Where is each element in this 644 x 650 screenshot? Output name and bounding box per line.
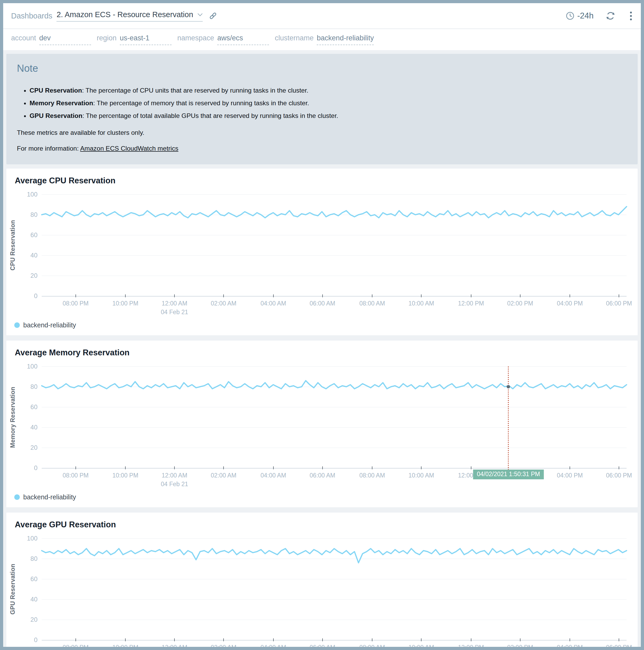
y-tick-label: 60: [30, 403, 37, 411]
x-axis: 08:00 PM10:00 PM12:00 AM04 Feb 2102:00 A…: [42, 296, 626, 319]
note-title: Note: [17, 63, 627, 74]
dashboard-page: Dashboards 2. Amazon ECS - Resource Rese…: [3, 3, 641, 647]
time-range-button[interactable]: -24h: [566, 11, 594, 21]
filter-value-namespace[interactable]: aws/ecs: [217, 34, 269, 45]
x-tick-label: 08:00 PM: [63, 299, 89, 308]
chevron-down-icon: [197, 13, 203, 16]
x-tick-label: 04:00 PM: [557, 643, 583, 647]
filter-label: account: [11, 34, 36, 42]
y-axis-title: GPU Reservation: [9, 564, 16, 614]
note-footnote: These metrics are available for clusters…: [17, 129, 627, 136]
metric-term: Memory Reservation: [30, 100, 93, 107]
x-tick-label: 02:00 PM: [507, 643, 533, 647]
x-tick-label: 06:00 PM: [606, 471, 632, 480]
filter-value-clustername[interactable]: backend-reliability: [317, 34, 374, 45]
filter-region: region us-east-1: [97, 34, 172, 45]
y-tick-label: 100: [27, 363, 37, 370]
kebab-menu-button[interactable]: [629, 10, 633, 22]
top-bar: Dashboards 2. Amazon ECS - Resource Rese…: [3, 3, 641, 50]
x-tick-label: 06:00 AM: [310, 299, 335, 308]
metric-term: GPU Reservation: [30, 112, 82, 119]
time-range-label: -24h: [577, 11, 594, 21]
plot-area[interactable]: [42, 538, 626, 640]
x-tick-label: 04:00 AM: [261, 471, 286, 480]
header-actions: -24h: [566, 10, 633, 22]
series-line-backend-reliability: [42, 538, 626, 640]
share-link-button[interactable]: [208, 11, 217, 20]
x-tick-label: 02:00 AM: [211, 471, 236, 480]
x-tick-label: 10:00 AM: [409, 643, 434, 647]
y-tick-label: 40: [30, 424, 37, 431]
chart-title: Average Memory Reservation: [6, 348, 638, 357]
legend-dot: [14, 494, 20, 500]
y-tick-label: 80: [30, 383, 37, 390]
x-tick-label: 10:00 PM: [112, 471, 138, 480]
crosshair-line: [508, 366, 509, 472]
legend-label: backend-reliability: [23, 321, 76, 329]
clock-icon: [566, 11, 575, 20]
y-tick-label: 80: [30, 211, 37, 218]
legend-item[interactable]: backend-reliability: [6, 319, 638, 330]
x-tick-label: 12:00 PM: [458, 643, 484, 647]
y-tick-label: 40: [30, 595, 37, 603]
y-tick-label: 0: [34, 636, 37, 644]
note-bullet-gpu: GPU Reservation: The percentage of total…: [30, 112, 627, 119]
chart-panel-cpu: Average CPU Reservation CPU Reservation …: [6, 169, 638, 335]
y-tick-label: 40: [30, 252, 37, 259]
x-tick-label: 08:00 AM: [359, 643, 385, 647]
x-tick-label: 12:00 PM: [458, 299, 484, 308]
y-axis: 100806040200: [19, 538, 42, 640]
y-tick-label: 20: [30, 272, 37, 279]
x-axis: 08:00 PM10:00 PM12:00 AM04 Feb 2102:00 A…: [42, 640, 626, 647]
x-tick-label: 08:00 AM: [359, 471, 385, 480]
x-tick-label: 10:00 AM: [409, 471, 434, 480]
x-tick-label: 06:00 PM: [606, 299, 632, 308]
filter-value-region[interactable]: us-east-1: [120, 34, 172, 45]
x-tick-label: 12:00 AM04 Feb 21: [161, 643, 188, 647]
x-tick-label: 04:00 AM: [261, 299, 286, 308]
x-tick-label: 06:00 AM: [310, 643, 335, 647]
filter-label: clustername: [275, 34, 313, 42]
chart-panel-gpu: Average GPU Reservation GPU Reservation …: [6, 512, 638, 647]
refresh-button[interactable]: [606, 11, 615, 21]
y-axis-title: CPU Reservation: [9, 220, 16, 270]
chart-title: Average GPU Reservation: [6, 520, 638, 530]
dashboard-title-dropdown[interactable]: 2. Amazon ECS - Resource Reservation: [57, 10, 202, 22]
y-tick-label: 100: [27, 535, 37, 542]
x-tick-label: 02:00 AM: [211, 643, 236, 647]
note-panel: Note CPU Reservation: The percentage of …: [6, 54, 638, 164]
x-tick-label: 08:00 PM: [63, 471, 89, 480]
x-tick-label: 02:00 AM: [211, 299, 236, 308]
header-row: Dashboards 2. Amazon ECS - Resource Rese…: [3, 3, 641, 29]
x-tick-label: 10:00 PM: [112, 643, 138, 647]
page-title: 2. Amazon ECS - Resource Reservation: [57, 10, 193, 19]
x-tick-label: 10:00 PM: [112, 299, 138, 308]
chart-title: Average CPU Reservation: [6, 176, 638, 185]
plot-area[interactable]: [42, 194, 626, 296]
cloudwatch-metrics-link[interactable]: Amazon ECS CloudWatch metrics: [80, 145, 178, 152]
note-more-info: For more information: Amazon ECS CloudWa…: [17, 145, 627, 152]
note-bullet-memory: Memory Reservation: The percentage of me…: [30, 100, 627, 107]
x-tick-label: 10:00 AM: [409, 299, 434, 308]
plot-area[interactable]: [42, 366, 626, 468]
x-tick-label: 04:00 PM: [557, 299, 583, 308]
x-tick-label: 06:00 AM: [310, 471, 335, 480]
y-tick-label: 60: [30, 575, 37, 583]
y-axis: 100806040200: [19, 366, 42, 468]
x-tick-label: 08:00 AM: [359, 299, 385, 308]
y-tick-label: 100: [27, 191, 37, 198]
filter-value-account[interactable]: dev: [39, 34, 91, 45]
kebab-menu-icon: [630, 11, 632, 13]
legend-item[interactable]: backend-reliability: [6, 491, 638, 503]
note-bullet-cpu: CPU Reservation: The percentage of CPU u…: [30, 87, 627, 94]
filter-bar: account dev region us-east-1 namespace a…: [3, 29, 641, 50]
filter-clustername: clustername backend-reliability: [275, 34, 374, 45]
filter-label: namespace: [177, 34, 214, 42]
x-tick-label: 08:00 PM: [63, 643, 89, 647]
y-axis: 100806040200: [19, 194, 42, 296]
y-tick-label: 20: [30, 616, 37, 623]
legend-dot: [14, 322, 20, 328]
crosshair-timestamp-badge: 04/02/2021 1:50:31 PM: [473, 470, 544, 479]
series-line-backend-reliability: [42, 366, 626, 468]
refresh-icon: [606, 11, 615, 21]
